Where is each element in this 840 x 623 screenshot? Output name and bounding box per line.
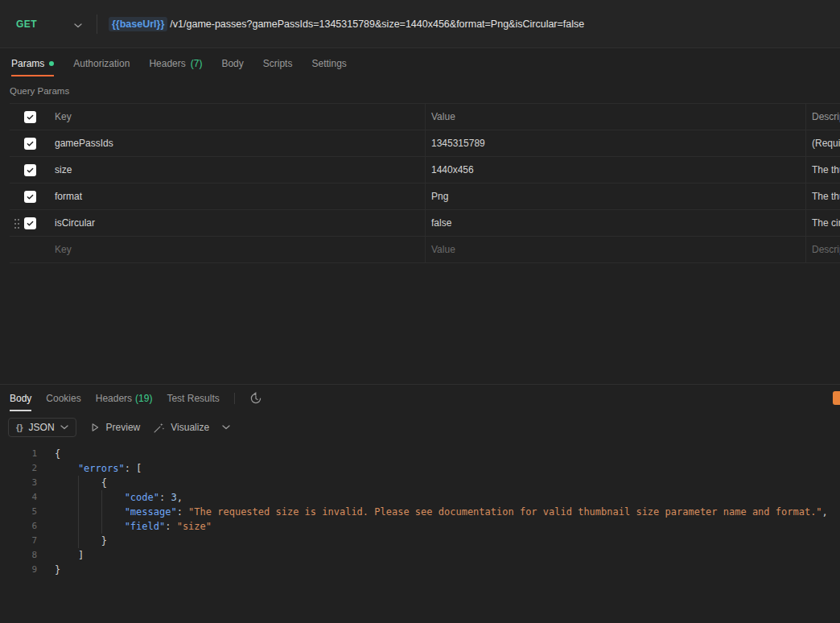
tab-settings[interactable]: Settings (311, 50, 346, 76)
drag-handle-icon[interactable] (14, 218, 20, 229)
tab-label: Body (10, 393, 31, 404)
request-tabs: Params Authorization Headers (7) Body Sc… (0, 50, 840, 76)
code-token: "message" (125, 506, 177, 518)
indent-guide (78, 519, 79, 534)
code-token: 3 (171, 492, 176, 503)
response-section: Body Cookies Headers (19) Test Results (0, 384, 840, 577)
row-checkbox[interactable] (24, 164, 36, 176)
response-history-button[interactable] (249, 392, 262, 405)
table-row[interactable]: size1440x456The thu (10, 157, 840, 184)
code-token: { (55, 448, 60, 460)
table-row[interactable]: gamePassIds1345315789(Require (10, 130, 840, 157)
checkbox-cell (24, 130, 48, 156)
play-icon (89, 422, 101, 433)
drag-handle-cell (10, 210, 24, 236)
code-line: 8] (0, 548, 840, 563)
table-rows: gamePassIds1345315789(Requiresize1440x45… (10, 130, 840, 237)
tab-body[interactable]: Body (221, 50, 243, 76)
tab-params[interactable]: Params (11, 50, 54, 76)
code-token: "field" (125, 521, 166, 532)
response-headers-count: (19) (135, 393, 152, 404)
code-line: 2"errors": [ (0, 461, 840, 476)
tab-label: Body (221, 58, 243, 69)
url-variable-chip[interactable]: {{baseUrl}} (109, 17, 167, 31)
tab-response-body[interactable]: Body (10, 385, 31, 411)
tab-label: Headers (149, 58, 185, 69)
tab-response-cookies[interactable]: Cookies (46, 385, 80, 411)
drag-handle-cell (10, 184, 24, 209)
line-number: 1 (0, 447, 37, 461)
tab-scripts[interactable]: Scripts (263, 50, 293, 76)
select-all-checkbox[interactable] (24, 111, 36, 123)
divider (97, 14, 97, 34)
headers-count: (7) (191, 58, 203, 69)
param-value-cell[interactable]: false (425, 210, 805, 236)
row-checkbox[interactable] (24, 138, 36, 150)
method-selector[interactable]: GET (13, 12, 85, 36)
table-row[interactable]: formatPngThe thu (10, 184, 840, 210)
param-description-cell[interactable]: (Require (805, 130, 840, 156)
response-tabs: Body Cookies Headers (19) Test Results (0, 385, 840, 411)
table-header-row: Key Value Description (10, 104, 840, 130)
param-description-placeholder[interactable]: Description (805, 237, 840, 262)
checkbox-cell (24, 210, 48, 236)
tab-label: Headers (96, 393, 132, 404)
url-input[interactable]: {{baseUrl}} /v1/game-passes?gamePassIds=… (109, 10, 827, 39)
chevron-down-icon (60, 425, 68, 430)
checkbox-cell (24, 184, 48, 209)
table-row[interactable]: isCircularfalseThe circ (10, 210, 840, 237)
tab-label: Authorization (73, 58, 130, 69)
tab-authorization[interactable]: Authorization (73, 50, 130, 76)
param-value-cell[interactable]: 1345315789 (425, 130, 805, 156)
status-badge-clipped (833, 391, 840, 405)
row-checkbox[interactable] (24, 217, 36, 229)
preview-button[interactable]: Preview (89, 422, 141, 433)
code-line: 4"code": 3, (0, 490, 840, 505)
code-token: , (822, 506, 828, 518)
api-client-window: GET {{baseUrl}} /v1/game-passes?gamePass… (0, 0, 840, 623)
divider (234, 393, 235, 404)
param-key-cell[interactable]: gamePassIds (48, 130, 425, 156)
code-token: "size" (177, 521, 212, 532)
param-value-cell[interactable]: 1440x456 (425, 157, 805, 183)
query-params-label: Query Params (10, 86, 840, 96)
param-key-cell[interactable]: isCircular (48, 210, 425, 236)
column-header-description: Description (805, 104, 840, 130)
method-label: GET (16, 19, 37, 30)
table-row-empty[interactable]: Key Value Description (10, 237, 840, 263)
code-line: 7} (0, 534, 840, 548)
tab-headers[interactable]: Headers (7) (149, 50, 202, 76)
drag-handle-cell (10, 157, 24, 183)
code-line: 1{ (0, 447, 840, 461)
response-toolbar: {} JSON Preview Visualize (0, 413, 840, 442)
format-label: JSON (29, 422, 55, 433)
visualize-options-chevron-icon[interactable] (222, 425, 230, 430)
code-token: : (165, 521, 176, 532)
row-checkbox[interactable] (24, 191, 36, 203)
param-description-cell[interactable]: The thu (805, 157, 840, 183)
param-value-placeholder[interactable]: Value (425, 237, 805, 262)
line-number: 8 (0, 548, 37, 563)
line-number: 7 (0, 534, 37, 548)
param-key-placeholder[interactable]: Key (48, 237, 425, 262)
tab-label: Cookies (46, 393, 80, 404)
checkbox-cell (24, 237, 48, 262)
response-body-viewer[interactable]: 1{2"errors": [3{4"code": 3,5"message": "… (0, 447, 840, 577)
param-value-cell[interactable]: Png (425, 184, 805, 209)
preview-label: Preview (106, 422, 141, 433)
param-key-cell[interactable]: size (48, 157, 425, 183)
visualize-button[interactable]: Visualize (153, 422, 209, 434)
param-description-cell[interactable]: The thu (805, 184, 840, 209)
code-token: { (101, 477, 107, 489)
tab-label: Settings (311, 58, 346, 69)
chevron-down-icon (74, 17, 82, 31)
code-token: "The requested size is invalid. Please s… (188, 506, 821, 518)
param-key-cell[interactable]: format (48, 184, 425, 209)
param-description-cell[interactable]: The circ (805, 210, 840, 236)
tab-test-results[interactable]: Test Results (167, 385, 219, 411)
drag-handle-cell (10, 130, 24, 156)
tab-response-headers[interactable]: Headers (19) (96, 385, 153, 411)
response-format-dropdown[interactable]: {} JSON (8, 418, 76, 437)
request-url-bar: GET {{baseUrl}} /v1/game-passes?gamePass… (0, 0, 840, 48)
checkbox-cell (24, 157, 48, 183)
